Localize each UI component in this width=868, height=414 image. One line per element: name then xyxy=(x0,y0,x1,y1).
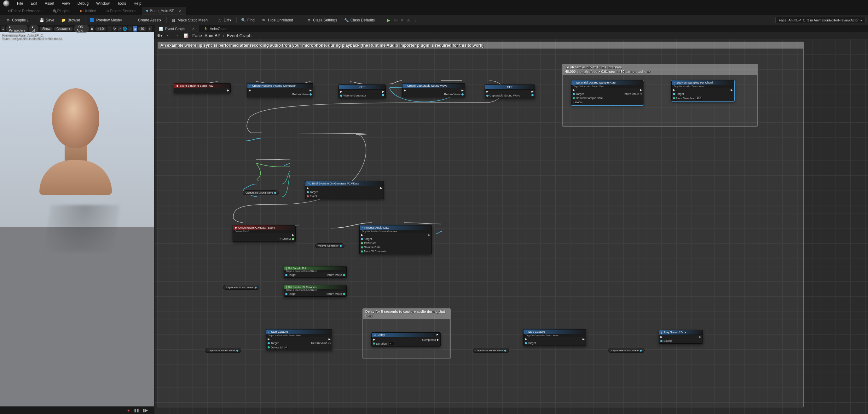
expand-icon[interactable]: » xyxy=(148,26,152,32)
var-capturable-wave-3[interactable]: Capturable Sound Wave xyxy=(205,348,241,353)
snap-icon[interactable]: ⊞ xyxy=(128,26,132,32)
menu-debug[interactable]: Debug xyxy=(74,1,92,6)
menu-file[interactable]: File xyxy=(13,1,27,6)
button-label: Class Settings xyxy=(313,18,337,22)
viewport-options-icon[interactable]: ≡ xyxy=(1,26,5,32)
node-get-num-channels[interactable]: ƒ Get Number Of Channels Target is Impor… xyxy=(284,285,347,297)
record-icon[interactable]: ● xyxy=(127,408,130,413)
pin-label: Sound xyxy=(663,339,672,343)
rotate-tool-icon[interactable]: ↻ xyxy=(113,26,117,32)
node-start-capture[interactable]: ƒStart Capture Target is Capturable Soun… xyxy=(266,329,332,350)
browse-button[interactable]: 📁Browse xyxy=(58,17,83,24)
menu-window[interactable]: Window xyxy=(92,1,114,6)
pin-label: Return Value xyxy=(292,93,309,96)
button-label: Create Asset xyxy=(138,18,160,22)
close-icon[interactable]: ✕ xyxy=(192,27,195,31)
menu-tools[interactable]: Tools xyxy=(114,1,130,6)
tab-project-settings[interactable]: ⚙ Project Settings xyxy=(102,7,141,15)
class-settings-button[interactable]: ⚙Class Settings xyxy=(304,17,340,24)
breadcrumb-leaf[interactable]: Event Graph xyxy=(227,33,251,38)
viewport-status-text: Previewing Face_AnimBP_C. Bone manipulat… xyxy=(2,33,62,40)
diff-button[interactable]: ⎌Diff ▾ xyxy=(214,17,235,24)
pin-label: Return Value xyxy=(311,342,328,345)
tab-plugins[interactable]: 🔌 Plugins xyxy=(48,7,74,15)
scale-tool-icon[interactable]: ⤢ xyxy=(118,26,122,32)
pause-icon[interactable]: ❚❚ xyxy=(134,408,139,412)
pin-value[interactable]: 48000 xyxy=(573,100,583,104)
pin-value[interactable]: 0 xyxy=(284,346,288,349)
character-dropdown[interactable]: Character xyxy=(54,27,73,31)
pin-label: Target xyxy=(676,92,684,95)
tab-untitled[interactable]: Untitled xyxy=(75,7,101,15)
close-icon[interactable]: ✕ xyxy=(179,9,182,13)
node-process-audio-data[interactable]: ƒProcess Audio Data Target is Runtime Vi… xyxy=(359,225,432,254)
grid-snap-icon[interactable]: ▦ xyxy=(133,26,137,32)
label: Lit xyxy=(32,29,35,32)
class-defaults-button[interactable]: 🔧Class Defaults xyxy=(341,17,378,24)
settings-icon[interactable]: ⚙▾ xyxy=(157,33,162,38)
forward-icon[interactable]: → xyxy=(175,33,180,38)
make-static-mesh-button[interactable]: ▦Make Static Mesh xyxy=(168,17,211,24)
show-dropdown[interactable]: Show xyxy=(40,27,53,31)
eject-icon[interactable]: ⏏ xyxy=(405,17,412,23)
step-icon[interactable]: ❚▶ xyxy=(143,408,148,412)
menu-asset[interactable]: Asset xyxy=(41,1,58,6)
node-ongeneratepcmdata-event[interactable]: ◆OnGeneratePCMData_Event Custom Event PC… xyxy=(232,225,296,242)
graph-icon[interactable]: 📊 xyxy=(183,33,188,38)
pin-value[interactable]: 480 xyxy=(695,96,702,100)
camera-mode-dropdown[interactable]: ● Perspective xyxy=(6,25,28,32)
var-capturable-wave-4[interactable]: Capturable Sound Wave xyxy=(473,348,509,353)
tab-face-animbp[interactable]: Face_AnimBP✕ xyxy=(142,7,186,15)
node-play-sound-2d[interactable]: ƒPlay Sound 2D▾ Sound xyxy=(659,330,703,344)
move-tool-icon[interactable]: ↔ xyxy=(107,26,112,32)
breadcrumb-root[interactable]: Face_AnimBP xyxy=(192,33,220,38)
var-capturable-wave-2[interactable]: Capturable Sound Wave xyxy=(223,285,259,290)
pin-value[interactable]: 5.0 xyxy=(388,342,394,345)
node-set-initial-sample-rate[interactable]: ƒSet Initial Desired Sample Rate Target … xyxy=(571,80,644,105)
menu-edit[interactable]: Edit xyxy=(27,1,41,6)
globe-icon[interactable]: 🌐 xyxy=(123,26,127,32)
lit-mode-dropdown[interactable]: ● Lit xyxy=(29,25,38,32)
preview-mesh-button[interactable]: 🟦Preview Mesh ▾ xyxy=(87,17,125,24)
tab-event-graph[interactable]: 📊Event Graph ✕ xyxy=(154,26,199,32)
tab-editor-preferences[interactable]: ⚙ Editor Preferences xyxy=(3,7,46,15)
menu-help[interactable]: Help xyxy=(130,1,145,6)
node-delay[interactable]: ⏱Delay◔ Duration 5.0 Completed xyxy=(371,332,441,347)
grid-size[interactable]: 10 xyxy=(138,27,147,31)
find-button[interactable]: 🔍Find xyxy=(238,17,258,24)
node-set-num-samples[interactable]: ƒSet Num Samples Per Chunk Target is Imp… xyxy=(671,80,734,101)
node-create-capturable-wave[interactable]: ƒCreate Capturable Sound Wave Return Val… xyxy=(402,83,465,97)
playback-speed[interactable]: x1.0 xyxy=(95,27,106,31)
compile-button[interactable]: ⚙Compile ⋮ xyxy=(2,17,33,24)
node-set-capturable-wave[interactable]: SET Capturable Sound Wave xyxy=(485,85,535,98)
collapse-icon[interactable]: ▾ xyxy=(685,331,686,334)
menu-view[interactable]: View xyxy=(58,1,74,6)
node-create-viseme-generator[interactable]: ƒCreate Runtime Viseme Generator Return … xyxy=(247,83,313,97)
play-icon[interactable]: ▶ xyxy=(385,17,392,23)
debug-object-dropdown[interactable]: Face_AnimBP_C_3 in AnimationEditorPrevie… xyxy=(775,17,866,23)
hide-unrelated-button[interactable]: 👁Hide Unrelated ⋮ xyxy=(258,17,300,24)
save-button[interactable]: 💾Save xyxy=(36,17,57,24)
play-icon[interactable]: ▶ xyxy=(90,26,94,32)
more-icon[interactable]: ⋮ xyxy=(412,17,419,23)
create-asset-button[interactable]: ＋Create Asset ▾ xyxy=(129,16,165,24)
node-set-viseme-generator[interactable]: SET Viseme Generator xyxy=(339,85,386,98)
preview-viewport[interactable]: ≡ ● Perspective ● Lit Show Character LOD… xyxy=(0,25,154,414)
var-viseme-generator[interactable]: Viseme Generator xyxy=(315,243,344,248)
tab-anim-graph[interactable]: 🏃AnimGraph xyxy=(199,26,232,32)
node-title: Delay xyxy=(378,333,385,336)
var-capturable-wave-5[interactable]: Capturable Sound Wave xyxy=(608,348,645,353)
node-stop-capture[interactable]: ƒStop Capture Target is Capturable Sound… xyxy=(523,329,586,346)
back-icon[interactable]: ← xyxy=(166,33,171,38)
separator xyxy=(166,17,167,23)
blueprint-canvas[interactable]: An example where lip sync is performed a… xyxy=(154,39,868,414)
lod-dropdown[interactable]: LOD Auto xyxy=(74,25,89,32)
node-bind-event[interactable]: 📎Bind Event to On Generate PCMData Targe… xyxy=(305,181,384,199)
node-title: Get Number Of Channels xyxy=(288,286,316,289)
stop-icon[interactable]: ■ xyxy=(399,17,405,23)
node-subtitle: Custom Event xyxy=(233,230,295,233)
node-event-begin-play[interactable]: ◆Event Blueprint Begin Play xyxy=(174,83,231,93)
step-icon[interactable]: ⏭ xyxy=(392,17,399,23)
var-capturable-wave-1[interactable]: Capturable Sound Wave xyxy=(243,190,279,195)
node-get-sample-rate[interactable]: ƒ Get Sample Rate Target is Imported Sou… xyxy=(284,266,347,278)
